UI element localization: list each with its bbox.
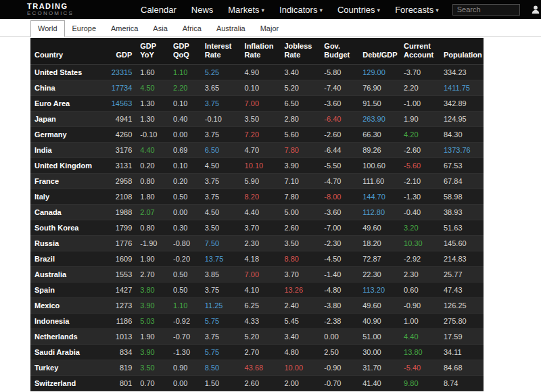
value-cell: 3.90 (136, 345, 169, 360)
country-cell[interactable]: Turkey (30, 360, 105, 376)
country-cell[interactable]: China (30, 80, 105, 96)
value-cell: 2.20 (169, 80, 201, 96)
table-header-row: CountryGDPGDP YoYGDP QoQInterest RateInf… (30, 38, 484, 65)
column-header[interactable]: Gov. Budget (320, 38, 358, 65)
value-cell: 7.20 (241, 127, 281, 143)
tab-major[interactable]: Major (253, 20, 287, 37)
country-cell[interactable]: Germany (30, 127, 105, 143)
column-header[interactable]: Jobless Rate (280, 38, 320, 65)
chevron-down-icon: ▾ (319, 7, 323, 14)
tab-australia[interactable]: Australia (209, 20, 253, 37)
table-row[interactable]: Australia15532.700.503.857.003.70-1.4022… (30, 267, 484, 283)
search-input[interactable] (452, 4, 520, 16)
column-header[interactable]: Current Account (400, 38, 440, 65)
table-row[interactable]: France29580.800.203.755.907.10-4.70111.6… (30, 174, 484, 189)
value-cell: 4.90 (241, 65, 281, 80)
value-cell: 1013 (105, 329, 137, 345)
value-cell: 1186 (105, 314, 137, 329)
value-cell: 5.25 (201, 65, 241, 80)
country-cell[interactable]: Switzerland (30, 376, 105, 391)
country-cell[interactable]: Australia (30, 267, 105, 283)
user-menu-button[interactable]: ▾ (531, 5, 541, 14)
column-header[interactable]: GDP YoY (136, 38, 169, 65)
table-row[interactable]: Russia1776-1.90-0.807.502.303.50-2.3018.… (30, 236, 484, 251)
table-row[interactable]: Japan49411.300.40-0.103.502.80-6.40263.9… (30, 112, 484, 127)
value-cell: -1.90 (136, 236, 169, 251)
table-row[interactable]: South Korea17990.800.303.503.702.60-7.00… (30, 220, 484, 236)
column-header[interactable]: Interest Rate (201, 38, 241, 65)
table-row[interactable]: Saudi Arabia8343.90-1.305.752.704.802.50… (30, 345, 484, 360)
value-cell: 1411.75 (440, 80, 484, 96)
country-cell[interactable]: Netherlands (30, 329, 105, 345)
table-row[interactable]: Canada19882.070.004.504.405.00-3.60112.8… (30, 205, 484, 220)
table-row[interactable]: Italy21081.800.503.758.207.80-8.00144.70… (30, 189, 484, 205)
country-cell[interactable]: Italy (30, 189, 105, 205)
nav-item-news[interactable]: News (191, 5, 214, 15)
country-cell[interactable]: Euro Area (30, 96, 105, 112)
value-cell: 144.70 (358, 189, 400, 205)
tab-asia[interactable]: Asia (145, 20, 174, 37)
column-header[interactable]: Debt/GDP (358, 38, 400, 65)
value-cell: 3.75 (201, 329, 241, 345)
nav-item-indicators[interactable]: Indicators▾ (279, 5, 323, 15)
country-cell[interactable]: India (30, 143, 105, 158)
country-cell[interactable]: Indonesia (30, 314, 105, 329)
column-header[interactable]: GDP QoQ (169, 38, 201, 65)
value-cell: -1.30 (169, 345, 201, 360)
value-cell: 0.00 (169, 127, 201, 143)
countries-table: CountryGDPGDP YoYGDP QoQInterest RateInf… (30, 38, 484, 391)
nav-item-countries[interactable]: Countries▾ (337, 5, 380, 15)
table-row[interactable]: Mexico12733.901.1011.256.252.40-3.8049.6… (30, 298, 484, 314)
table-row[interactable]: Netherlands10131.90-0.703.755.203.400.00… (30, 329, 484, 345)
table-row[interactable]: Turkey8193.500.908.5043.6810.00-0.9031.7… (30, 360, 484, 376)
country-cell[interactable]: Spain (30, 283, 105, 298)
value-cell: 8.20 (241, 189, 281, 205)
country-cell[interactable]: Brazil (30, 251, 105, 267)
country-cell[interactable]: South Korea (30, 220, 105, 236)
table-row[interactable]: Indonesia11865.03-0.925.754.335.45-2.384… (30, 314, 484, 329)
table-row[interactable]: United Kingdom31310.200.104.5010.103.90-… (30, 158, 484, 174)
nav-item-markets[interactable]: Markets▾ (228, 5, 264, 15)
table-row[interactable]: Germany4260-0.100.003.757.205.60-2.6066.… (30, 127, 484, 143)
country-cell[interactable]: Japan (30, 112, 105, 127)
table-row[interactable]: China177344.502.203.650.105.20-7.4076.90… (30, 80, 484, 96)
table-row[interactable]: India31764.400.696.504.707.80-6.4489.26-… (30, 143, 484, 158)
country-cell[interactable]: Russia (30, 236, 105, 251)
value-cell: 4.40 (400, 329, 440, 345)
value-cell: -0.70 (169, 329, 201, 345)
column-header[interactable]: Population (440, 38, 484, 65)
logo[interactable]: TRADING ECONOMICS (27, 3, 81, 16)
country-cell[interactable]: Mexico (30, 298, 105, 314)
country-cell[interactable]: France (30, 174, 105, 189)
country-cell[interactable]: Canada (30, 205, 105, 220)
column-header[interactable]: GDP (105, 38, 137, 65)
tab-europe[interactable]: Europe (65, 20, 103, 37)
table-row[interactable]: Spain14273.800.503.754.1013.26-4.80113.2… (30, 283, 484, 298)
value-cell: 3.75 (201, 96, 241, 112)
column-header[interactable]: Inflation Rate (241, 38, 281, 65)
table-row[interactable]: Switzerland8010.700.001.502.602.00-0.704… (30, 376, 484, 391)
table-row[interactable]: Euro Area145631.300.103.757.006.50-3.609… (30, 96, 484, 112)
value-cell: 76.90 (358, 80, 400, 96)
country-cell[interactable]: United Kingdom (30, 158, 105, 174)
country-cell[interactable]: United States (30, 65, 105, 80)
table-row[interactable]: United States233151.601.105.254.903.40-5… (30, 65, 484, 80)
value-cell: 4.50 (201, 205, 241, 220)
value-cell: 0.69 (169, 143, 201, 158)
value-cell: 2108 (105, 189, 137, 205)
column-header[interactable]: Country (30, 38, 105, 65)
tab-africa[interactable]: Africa (175, 20, 209, 37)
value-cell: 0.10 (241, 80, 281, 96)
tab-america[interactable]: America (103, 20, 145, 37)
value-cell: 2.60 (241, 376, 281, 391)
value-cell: 0.60 (400, 283, 440, 298)
nav-item-calendar[interactable]: Calendar (141, 5, 177, 15)
value-cell: 342.89 (440, 96, 484, 112)
value-cell: 67.84 (440, 174, 484, 189)
nav-item-forecasts[interactable]: Forecasts▾ (395, 5, 439, 15)
country-cell[interactable]: Saudi Arabia (30, 345, 105, 360)
value-cell: 47.43 (440, 283, 484, 298)
value-cell: 84.30 (440, 127, 484, 143)
table-row[interactable]: Brazil16091.90-0.2013.754.188.80-4.5072.… (30, 251, 484, 267)
tab-world[interactable]: World (30, 20, 65, 37)
